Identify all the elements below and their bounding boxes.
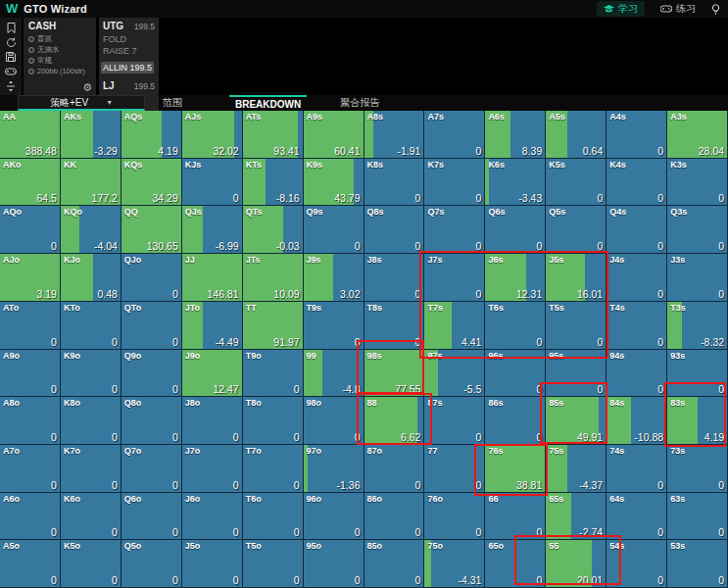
hand-cell-KJo[interactable]: KJo0.48 xyxy=(61,254,121,302)
position-box-utg[interactable]: UTG199.5FOLDRAISE 7ALLIN 199.5 xyxy=(99,18,159,77)
hand-cell-74s[interactable]: 74s0 xyxy=(607,445,667,493)
hand-cell-AJs[interactable]: AJs32.02 xyxy=(182,111,243,159)
hand-cell-98o[interactable]: 98o0 xyxy=(304,397,364,445)
hand-cell-J5s[interactable]: J5s16.01 xyxy=(546,254,607,302)
hand-cell-J9o[interactable]: J9o12.47 xyxy=(182,350,243,398)
hand-cell-Q7o[interactable]: Q7o0 xyxy=(121,445,182,493)
hand-cell-A6o[interactable]: A6o0 xyxy=(0,493,61,541)
hand-cell-93s[interactable]: 93s0 xyxy=(667,350,728,398)
hand-cell-65s[interactable]: 65s-2.74 xyxy=(546,493,607,541)
hand-cell-JTs[interactable]: JTs10.09 xyxy=(243,254,304,302)
hand-cell-T7o[interactable]: T7o0 xyxy=(243,445,304,493)
hand-cell-TT[interactable]: TT91.97 xyxy=(243,302,304,350)
hand-cell-QQ[interactable]: QQ130.65 xyxy=(121,206,182,254)
hand-cell-96o[interactable]: 96o0 xyxy=(304,493,364,541)
hand-cell-K5o[interactable]: K5o0 xyxy=(61,540,121,588)
hand-cell-Q9o[interactable]: Q9o0 xyxy=(121,350,182,398)
hand-cell-95s[interactable]: 95s0 xyxy=(546,350,607,398)
hand-cell-T6o[interactable]: T6o0 xyxy=(243,493,304,541)
hand-cell-84s[interactable]: 84s-10.88 xyxy=(607,397,667,445)
hand-cell-KTo[interactable]: KTo0 xyxy=(61,302,121,350)
hand-cell-99[interactable]: 99-4.8 xyxy=(304,350,364,398)
hand-cell-KJs[interactable]: KJs0 xyxy=(182,159,243,207)
hand-cell-88[interactable]: 886.62 xyxy=(364,397,425,445)
hand-cell-AKo[interactable]: AKo64.5 xyxy=(0,159,61,207)
hand-cell-K3s[interactable]: K3s0 xyxy=(667,159,728,207)
hand-cell-K4s[interactable]: K4s0 xyxy=(607,159,667,207)
hand-cell-J8o[interactable]: J8o0 xyxy=(182,397,243,445)
hand-cell-K5s[interactable]: K5s0 xyxy=(546,159,607,207)
hand-cell-KQo[interactable]: KQo-4.04 xyxy=(61,206,121,254)
hand-cell-J9s[interactable]: J9s3.02 xyxy=(304,254,364,302)
hand-cell-63s[interactable]: 63s0 xyxy=(667,493,728,541)
hand-cell-86o[interactable]: 86o0 xyxy=(364,493,425,541)
hand-cell-A9s[interactable]: A9s60.41 xyxy=(304,111,364,159)
hand-cell-J5o[interactable]: J5o0 xyxy=(182,540,243,588)
hand-cell-AQs[interactable]: AQs4.19 xyxy=(121,111,182,159)
hand-cell-83s[interactable]: 83s4.19 xyxy=(667,397,728,445)
hand-cell-J7o[interactable]: J7o0 xyxy=(182,445,243,493)
hand-cell-T9s[interactable]: T9s0 xyxy=(304,302,364,350)
hand-cell-A4s[interactable]: A4s0 xyxy=(607,111,667,159)
hand-cell-Q3s[interactable]: Q3s0 xyxy=(667,206,728,254)
hand-cell-75s[interactable]: 75s-4.37 xyxy=(546,445,607,493)
hand-cell-Q5s[interactable]: Q5s0 xyxy=(546,206,607,254)
action-raise-7[interactable]: RAISE 7 xyxy=(103,45,155,57)
hand-cell-53s[interactable]: 53s0 xyxy=(667,540,728,588)
hand-cell-Q6s[interactable]: Q6s0 xyxy=(485,206,546,254)
hand-cell-J8s[interactable]: J8s0 xyxy=(364,254,425,302)
hand-cell-J6s[interactable]: J6s12.31 xyxy=(485,254,546,302)
hand-cell-Q7s[interactable]: Q7s0 xyxy=(424,206,485,254)
hand-cell-85s[interactable]: 85s49.91 xyxy=(546,397,607,445)
hand-cell-Q5o[interactable]: Q5o0 xyxy=(121,540,182,588)
game-settings-panel[interactable]: CASH 盲抓无抽水常规200bb (100str) ⚙ xyxy=(24,18,96,95)
hand-cell-T4s[interactable]: T4s0 xyxy=(607,302,667,350)
hand-cell-AQo[interactable]: AQo0 xyxy=(0,206,61,254)
bookmark-icon[interactable] xyxy=(5,22,18,33)
hand-cell-55[interactable]: 5520.01 xyxy=(546,540,607,588)
action-allin-199-5[interactable]: ALLIN 199.5 xyxy=(101,62,154,74)
tab-breakdown[interactable]: BREAKDOWN xyxy=(229,95,307,111)
hand-cell-K7s[interactable]: K7s0 xyxy=(424,159,485,207)
hand-cell-K9o[interactable]: K9o0 xyxy=(61,350,121,398)
hand-cell-T5s[interactable]: T5s0 xyxy=(546,302,607,350)
hand-cell-T5o[interactable]: T5o0 xyxy=(243,540,304,588)
hand-cell-95o[interactable]: 95o0 xyxy=(304,540,364,588)
hand-cell-A6s[interactable]: A6s8.39 xyxy=(485,111,546,159)
hand-cell-T8s[interactable]: T8s0 xyxy=(364,302,425,350)
hand-cell-64s[interactable]: 64s0 xyxy=(607,493,667,541)
hand-cell-86s[interactable]: 86s0 xyxy=(485,397,546,445)
gamepad-nav-icon[interactable] xyxy=(5,66,18,77)
hand-cell-QTo[interactable]: QTo0 xyxy=(121,302,182,350)
hand-cell-AKs[interactable]: AKs-3.29 xyxy=(61,111,121,159)
hand-cell-A8s[interactable]: A8s-1.91 xyxy=(364,111,425,159)
hand-cell-75o[interactable]: 75o-4.31 xyxy=(424,540,485,588)
hand-cell-87s[interactable]: 87s0 xyxy=(424,397,485,445)
hand-cell-AJo[interactable]: AJo3.19 xyxy=(0,254,61,302)
hand-cell-Q6o[interactable]: Q6o0 xyxy=(121,493,182,541)
hand-cell-QJs[interactable]: QJs-6.99 xyxy=(182,206,243,254)
hand-cell-ATs[interactable]: ATs93.41 xyxy=(243,111,304,159)
save-icon[interactable] xyxy=(5,51,18,63)
hand-cell-QJo[interactable]: QJo0 xyxy=(121,254,182,302)
hand-cell-K8s[interactable]: K8s0 xyxy=(364,159,425,207)
practice-button[interactable]: 练习 xyxy=(660,2,696,16)
hand-cell-A9o[interactable]: A9o0 xyxy=(0,350,61,398)
hand-cell-JTo[interactable]: JTo-4.49 xyxy=(182,302,243,350)
hand-cell-85o[interactable]: 85o0 xyxy=(364,540,425,588)
study-button[interactable]: 学习 xyxy=(597,1,645,17)
strategy-view-dropdown[interactable]: 策略+EV ▼ xyxy=(18,95,145,111)
hand-cell-A5o[interactable]: A5o0 xyxy=(0,540,61,588)
hand-cell-ATo[interactable]: ATo0 xyxy=(0,302,61,350)
hand-cell-77[interactable]: 770 xyxy=(424,445,485,493)
hand-cell-97s[interactable]: 97s-5.5 xyxy=(424,350,485,398)
hand-cell-K7o[interactable]: K7o0 xyxy=(61,445,121,493)
gear-icon[interactable]: ⚙ xyxy=(82,81,92,94)
hand-cell-T3s[interactable]: T3s-8.32 xyxy=(667,302,728,350)
hand-cell-T7s[interactable]: T7s4.41 xyxy=(424,302,485,350)
hand-cell-KQs[interactable]: KQs34.29 xyxy=(121,159,182,207)
hand-cell-K9s[interactable]: K9s43.79 xyxy=(304,159,364,207)
hand-cell-A7s[interactable]: A7s0 xyxy=(424,111,485,159)
hand-cell-J3s[interactable]: J3s0 xyxy=(667,254,728,302)
hand-cell-96s[interactable]: 96s0 xyxy=(485,350,546,398)
